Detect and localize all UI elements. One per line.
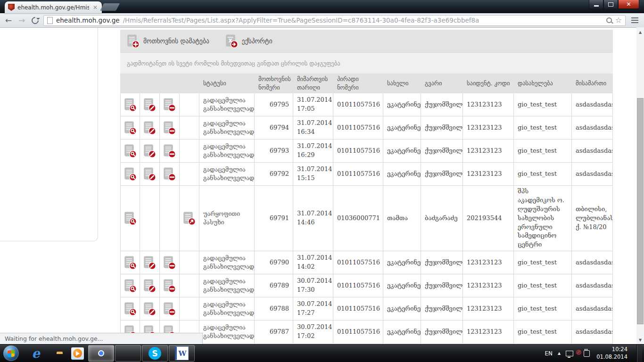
- network-icon[interactable]: [566, 351, 573, 356]
- taskbar-word[interactable]: W: [169, 345, 195, 362]
- edit-icon[interactable]: [143, 98, 156, 112]
- taskbar-windows-explorer[interactable]: [46, 346, 67, 361]
- edit-icon[interactable]: [143, 279, 156, 293]
- delete-icon[interactable]: [163, 98, 176, 112]
- vertical-scrollbar[interactable]: ▲ ▼: [636, 27, 644, 345]
- chrome-menu-button[interactable]: [628, 15, 641, 25]
- scroll-down-icon[interactable]: ▼: [636, 336, 644, 344]
- view-icon[interactable]: [124, 98, 137, 112]
- power-icon[interactable]: [584, 350, 590, 357]
- table-row[interactable]: გადაცემულია განსახილველად6979531.07.2014…: [120, 93, 613, 116]
- edit-icon[interactable]: [143, 144, 156, 158]
- language-indicator[interactable]: EN: [545, 350, 553, 357]
- table-row[interactable]: უარყოფითი პასუხი6979131.07.201414:460103…: [120, 186, 613, 251]
- zoom-icon[interactable]: [606, 17, 612, 23]
- cell-delete[interactable]: [160, 93, 180, 116]
- view-icon[interactable]: [124, 144, 137, 158]
- cell-view[interactable]: [120, 93, 140, 116]
- scrollbar-thumb[interactable]: [637, 98, 644, 324]
- taskbar-media-player[interactable]: [67, 346, 88, 361]
- minimize-button[interactable]: [589, 0, 603, 9]
- delete-icon[interactable]: [163, 167, 176, 181]
- taskbar-skype[interactable]: S: [142, 345, 168, 362]
- cell-view[interactable]: [120, 297, 140, 320]
- taskbar-internet-explorer[interactable]: e: [25, 346, 46, 361]
- edit-icon[interactable]: [143, 167, 156, 181]
- table-row[interactable]: გადაცემულია განსახილველად6978930.07.2014…: [120, 274, 613, 297]
- header-org-name[interactable]: დასახელება: [514, 78, 572, 89]
- add-request-button[interactable]: მოთხოვნის დამატება: [127, 34, 209, 48]
- export-button[interactable]: X ექსპორტი: [225, 34, 272, 48]
- header-referral-date[interactable]: მიმართვის თარიღი: [293, 74, 333, 93]
- cell-edit[interactable]: [140, 93, 160, 116]
- forward-icon[interactable]: [183, 212, 196, 225]
- cell-edit[interactable]: [140, 163, 160, 185]
- delete-icon[interactable]: [163, 279, 176, 293]
- cell-edit[interactable]: [140, 116, 160, 139]
- cell-view[interactable]: [120, 186, 140, 251]
- edit-icon[interactable]: [143, 256, 156, 270]
- cell-view[interactable]: [120, 140, 140, 162]
- table-row[interactable]: გადაცემულია განსახილველად6979431.07.2014…: [120, 116, 613, 140]
- edit-icon[interactable]: [143, 121, 156, 135]
- cell-edit[interactable]: [140, 297, 160, 320]
- reload-button[interactable]: [30, 15, 40, 25]
- delete-icon[interactable]: [163, 144, 176, 158]
- group-by-hint-bar[interactable]: გადმოიტანეთ ის სვეტი რომლის მიხედვითაც გ…: [120, 52, 613, 74]
- header-request-number[interactable]: მოთხოვნის ნომერი: [255, 74, 293, 93]
- cell-delete[interactable]: [160, 297, 180, 320]
- cell-forward[interactable]: [180, 186, 199, 251]
- table-row[interactable]: გადაცემულია განსახილველად6978830.07.2014…: [120, 297, 613, 321]
- cell-view[interactable]: [120, 251, 140, 274]
- delete-icon[interactable]: [163, 256, 176, 270]
- tray-expand-icon[interactable]: ▲: [558, 351, 561, 355]
- maximize-button[interactable]: [603, 0, 618, 9]
- forward-button[interactable]: →: [17, 16, 27, 25]
- cell-delete[interactable]: [160, 140, 180, 162]
- skype-icon: S: [149, 347, 161, 360]
- header-last-name[interactable]: გვარი: [421, 78, 463, 89]
- header-personal-number[interactable]: პირადი ნომერი: [333, 74, 383, 93]
- address-bar[interactable]: ehealth.moh.gov.ge /Hmis/ReferralsTest/P…: [43, 15, 626, 26]
- close-button[interactable]: ✕: [618, 0, 639, 9]
- cell-delete[interactable]: [160, 116, 180, 139]
- windows-logo-icon: [8, 350, 15, 357]
- tab-close-icon[interactable]: ✕: [92, 4, 99, 11]
- view-icon[interactable]: [124, 121, 137, 135]
- start-button[interactable]: [3, 346, 19, 361]
- browser-tab[interactable]: ehealth.moh.gov.ge/Hmis ✕: [5, 1, 102, 13]
- taskbar-chrome[interactable]: [88, 345, 114, 362]
- cell-edit[interactable]: [140, 274, 160, 297]
- table-row[interactable]: გადაცემულია განსახილველად6979331.07.2014…: [120, 140, 613, 163]
- edit-icon[interactable]: [143, 302, 156, 316]
- view-icon[interactable]: [124, 256, 137, 270]
- cell-delete[interactable]: [160, 274, 180, 297]
- scroll-up-icon[interactable]: ▲: [636, 28, 644, 36]
- cell-delete[interactable]: [160, 163, 180, 185]
- header-address[interactable]: მისამართი: [572, 78, 613, 89]
- view-icon[interactable]: [124, 167, 137, 181]
- header-ident-code[interactable]: საიდენტ. კოდი: [463, 78, 514, 89]
- cell-view[interactable]: [120, 163, 140, 185]
- bookmark-star-icon[interactable]: ☆: [615, 16, 622, 24]
- view-icon[interactable]: [124, 279, 137, 293]
- new-tab-button[interactable]: [100, 3, 120, 11]
- cell-view[interactable]: [120, 274, 140, 297]
- delete-icon[interactable]: [163, 121, 176, 135]
- cell-edit[interactable]: [140, 251, 160, 274]
- cell-delete[interactable]: [160, 251, 180, 274]
- header-first-name[interactable]: სახელი: [383, 78, 421, 89]
- taskbar-firefox[interactable]: [115, 345, 141, 362]
- cell-view[interactable]: [120, 116, 140, 139]
- table-row[interactable]: გადაცემულია განსახილველად6979031.07.2014…: [120, 251, 613, 274]
- header-status[interactable]: სტატუსი: [199, 78, 255, 89]
- view-icon[interactable]: [124, 212, 137, 225]
- delete-icon[interactable]: [163, 302, 176, 316]
- show-desktop-button[interactable]: [636, 345, 642, 362]
- cell-edit[interactable]: [140, 140, 160, 162]
- table-row[interactable]: გადაცემულია განსახილველად6979231.07.2014…: [120, 163, 613, 186]
- view-icon[interactable]: [124, 302, 137, 316]
- cell-address: asdasdasdasdasdasd: [572, 274, 613, 297]
- back-button[interactable]: ←: [3, 16, 14, 25]
- tray-clock[interactable]: 10:24 01.08.2014: [595, 346, 627, 361]
